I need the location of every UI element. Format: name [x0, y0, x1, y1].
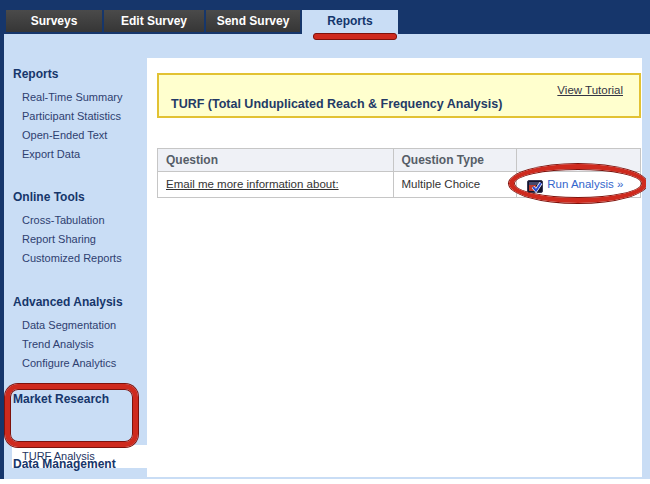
- turf-banner: TURF (Total Unduplicated Reach & Frequen…: [157, 73, 641, 118]
- view-tutorial-link[interactable]: View Tutorial: [557, 84, 623, 96]
- sidebar-item-trend-analysis[interactable]: Trend Analysis: [0, 335, 147, 354]
- sidebar-item-data-segmentation[interactable]: Data Segmentation: [0, 316, 147, 335]
- annotation-reports-tab-underline: [313, 33, 397, 40]
- sidebar-section-title: Data Management: [0, 456, 147, 472]
- sidebar-section-title: Reports: [0, 66, 147, 82]
- sidebar-item-real-time-summary[interactable]: Real-Time Summary: [0, 88, 147, 107]
- page-title: TURF (Total Unduplicated Reach & Frequen…: [171, 97, 502, 111]
- question-link[interactable]: Email me more information about:: [166, 178, 339, 190]
- column-header-question-type: Question Type: [394, 149, 518, 172]
- sidebar-item-cross-tabulation[interactable]: Cross-Tabulation: [0, 211, 147, 230]
- sidebar-section-data-management: Data Management: [0, 456, 147, 472]
- app-window: Surveys Edit Survey Send Survey Reports …: [0, 0, 650, 484]
- sidebar-item-customized-reports[interactable]: Customized Reports: [0, 249, 147, 268]
- sidebar-item-report-sharing[interactable]: Report Sharing: [0, 230, 147, 249]
- tab-bar: Surveys Edit Survey Send Survey Reports: [0, 0, 650, 34]
- tab-reports[interactable]: Reports: [302, 10, 398, 34]
- sidebar-item-export-data[interactable]: Export Data: [0, 145, 147, 164]
- tab-surveys[interactable]: Surveys: [6, 10, 102, 32]
- page-right-margin: [646, 34, 650, 479]
- tab-send-survey[interactable]: Send Survey: [206, 10, 300, 32]
- sidebar-section-title: Advanced Analysis: [0, 294, 147, 310]
- question-cell: Email me more information about:: [158, 172, 394, 197]
- sidebar-section-title: Online Tools: [0, 189, 147, 205]
- column-header-question: Question: [158, 149, 394, 172]
- content-panel: TURF (Total Unduplicated Reach & Frequen…: [147, 58, 642, 477]
- sidebar-section-advanced-analysis: Advanced Analysis Data Segmentation Tren…: [0, 294, 147, 373]
- question-type-cell: Multiple Choice: [394, 172, 518, 197]
- annotation-market-research-box: [5, 384, 138, 447]
- sidebar-section-online-tools: Online Tools Cross-Tabulation Report Sha…: [0, 189, 147, 268]
- annotation-run-analysis-circle: [509, 164, 647, 203]
- sidebar-item-participant-statistics[interactable]: Participant Statistics: [0, 107, 147, 126]
- page-bottom-margin: [0, 479, 650, 484]
- sidebar-item-open-ended-text[interactable]: Open-Ended Text: [0, 126, 147, 145]
- sidebar-section-reports: Reports Real-Time Summary Participant St…: [0, 66, 147, 164]
- tab-edit-survey[interactable]: Edit Survey: [104, 10, 204, 32]
- sidebar-item-configure-analytics[interactable]: Configure Analytics: [0, 354, 147, 373]
